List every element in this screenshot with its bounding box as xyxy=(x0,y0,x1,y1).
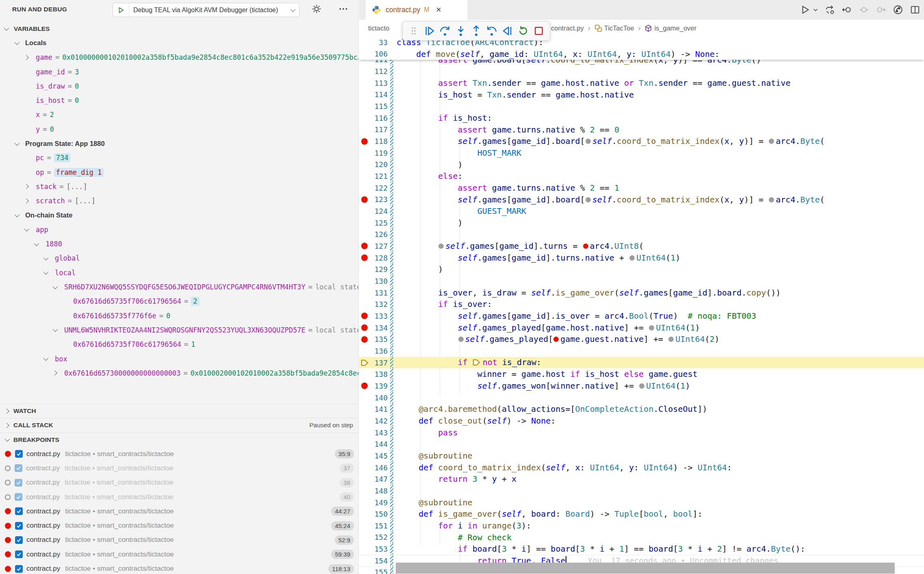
horizontal-scrollbar[interactable] xyxy=(396,563,895,574)
breakpoint-gutter[interactable] xyxy=(359,450,370,462)
code-line[interactable]: 121 else: xyxy=(359,170,924,182)
inline-step-target-icon[interactable] xyxy=(769,197,774,202)
code-line[interactable]: 120 ) xyxy=(359,159,924,171)
breakpoint-checkbox[interactable] xyxy=(15,550,23,558)
watch-section-header[interactable]: WATCH xyxy=(0,404,359,418)
breakpoint-row[interactable]: contract.pytictactoe • smart_contracts/t… xyxy=(0,476,359,490)
breakpoint-row[interactable]: contract.pytictactoe • smart_contracts/t… xyxy=(0,504,359,518)
breakpoint-dot-icon[interactable] xyxy=(359,240,370,252)
variable-row[interactable]: game_id=3 xyxy=(0,65,359,79)
code-line[interactable]: 141 @arc4.baremethod(allow_actions=[OnCo… xyxy=(359,403,924,415)
breakpoint-gutter[interactable] xyxy=(359,287,370,299)
code-line[interactable]: 128 self.games[game_id].turns.native + U… xyxy=(359,252,924,264)
callstack-section-header[interactable]: CALL STACK Paused on step xyxy=(0,418,359,432)
chevron-down-icon[interactable] xyxy=(43,356,49,361)
breakpoints-section-header[interactable]: BREAKPOINTS xyxy=(0,433,359,447)
variable-row[interactable]: stack=[...] xyxy=(0,179,359,194)
step-over-button[interactable] xyxy=(438,24,452,38)
code-line[interactable]: 151 for i in urange(3): xyxy=(359,520,924,532)
inline-step-target-icon[interactable] xyxy=(769,139,774,144)
breakpoint-dot-icon[interactable] xyxy=(359,135,370,147)
breakpoint-gutter[interactable] xyxy=(359,275,370,287)
run-dropdown-icon[interactable] xyxy=(813,4,818,15)
breadcrumb-item-tictactoe[interactable]: TicTacToe xyxy=(594,24,634,32)
code-line[interactable]: 113 assert Txn.sender == game.host.nativ… xyxy=(359,77,924,89)
section-header-row[interactable]: VARIABLES xyxy=(0,22,359,36)
chevron-down-icon[interactable] xyxy=(43,255,49,261)
variable-row[interactable]: pc=734 xyxy=(0,151,359,165)
chevron-right-icon[interactable] xyxy=(24,198,29,204)
variable-row[interactable]: app xyxy=(0,222,359,237)
breakpoint-gutter[interactable] xyxy=(359,427,370,439)
chevron-down-icon[interactable] xyxy=(15,212,20,217)
variable-row[interactable]: y=0 xyxy=(0,122,359,136)
code-line[interactable]: 135 self.games_played[game.guest.native]… xyxy=(359,333,924,345)
inline-step-target-icon[interactable] xyxy=(438,244,444,249)
code-line[interactable]: 131 is_over, is_draw = self.is_game_over… xyxy=(359,287,924,299)
breakpoint-row[interactable]: contract.pytictactoe • smart_contracts/t… xyxy=(0,490,359,504)
breakpoint-gutter[interactable] xyxy=(359,497,370,509)
code-line[interactable]: 123 self.games[game_id].board[self.coord… xyxy=(359,194,924,206)
chevron-down-icon[interactable] xyxy=(43,270,49,275)
code-line[interactable]: 124 GUEST_MARK xyxy=(359,205,924,217)
breakpoint-gutter[interactable] xyxy=(359,37,370,48)
breakpoint-row[interactable]: contract.pytictactoe • smart_contracts/t… xyxy=(0,447,359,461)
breakpoint-gutter[interactable] xyxy=(359,532,370,544)
code-line[interactable]: 114 is_host = Txn.sender == game.host.na… xyxy=(359,89,924,101)
breakpoint-checkbox[interactable] xyxy=(15,493,22,501)
chevron-down-icon[interactable] xyxy=(15,140,20,146)
breakpoint-dot-icon[interactable] xyxy=(359,333,370,345)
chevron-down-icon[interactable] xyxy=(24,226,30,232)
variable-row[interactable]: scratch=[...] xyxy=(0,194,359,208)
code-line[interactable]: 116 if is_host: xyxy=(359,112,924,124)
breakpoint-dot-icon[interactable] xyxy=(359,322,370,334)
step-into-button[interactable] xyxy=(454,24,468,38)
breakpoint-gutter[interactable] xyxy=(359,228,370,240)
reverse-continue-button[interactable] xyxy=(501,24,514,38)
source-control-graph-icon[interactable] xyxy=(892,4,904,15)
code-line[interactable]: 148 xyxy=(359,485,924,497)
inline-step-marker-icon[interactable] xyxy=(473,358,480,368)
breakpoint-gutter[interactable] xyxy=(359,77,370,89)
breakpoint-gutter[interactable] xyxy=(359,48,370,60)
breakpoint-gutter[interactable] xyxy=(359,345,370,357)
code-line[interactable]: 139 self.games_won[winner.native] += UIn… xyxy=(359,380,924,392)
breadcrumb-prefix[interactable]: tictacto xyxy=(368,24,389,32)
restart-button[interactable] xyxy=(516,24,530,38)
variable-row[interactable]: is_draw=0 xyxy=(0,79,359,93)
breakpoint-gutter[interactable] xyxy=(359,159,370,171)
breakpoint-gutter[interactable] xyxy=(359,438,370,450)
scope-row[interactable]: Program State: App 1880 xyxy=(0,136,359,150)
breakpoint-checkbox[interactable] xyxy=(15,565,23,573)
run-python-file-icon[interactable] xyxy=(800,4,811,15)
gear-icon[interactable] xyxy=(311,4,322,16)
breakpoint-gutter[interactable] xyxy=(359,368,370,380)
breakpoint-checkbox[interactable] xyxy=(15,479,22,487)
breakpoint-dot-icon[interactable] xyxy=(359,310,370,322)
breakpoint-gutter[interactable] xyxy=(359,462,370,474)
breadcrumb-item-contract-py[interactable]: contract.py xyxy=(551,24,584,32)
code-line[interactable]: 133 self.games[game_id].is_over = arc4.B… xyxy=(359,310,924,322)
breakpoint-gutter[interactable] xyxy=(359,403,370,415)
chevron-down-icon[interactable] xyxy=(34,241,39,246)
scope-row[interactable]: On-chain State xyxy=(0,208,359,222)
code-line[interactable]: 127 self.games[game_id].turns = arc4.UIn… xyxy=(359,240,924,252)
code-line[interactable]: 147 return 3 * y + x xyxy=(359,473,924,485)
variable-row[interactable]: game=0x010000000102010002a358bf5bada9e28… xyxy=(0,50,359,65)
breakpoint-gutter[interactable] xyxy=(359,263,370,275)
open-changes-icon[interactable] xyxy=(824,4,835,15)
code-line[interactable]: 138 winner = game.host if is_host else g… xyxy=(359,368,924,380)
variable-row[interactable]: 0x67616d65730000000000000003=0x010002000… xyxy=(0,366,359,380)
breakpoint-dot-icon[interactable] xyxy=(359,194,370,206)
inline-step-target-icon[interactable] xyxy=(586,139,591,144)
variable-row[interactable]: SRH6D7XU2N6WQQ5SSYDQFG5ESO6JWEQIDPGLUGYC… xyxy=(0,280,359,294)
inline-step-target-icon[interactable] xyxy=(649,325,654,330)
breakpoint-gutter[interactable] xyxy=(359,65,370,77)
current-step-line[interactable]: 137 if not is_draw: xyxy=(359,357,924,369)
breakpoint-gutter[interactable] xyxy=(359,100,370,112)
tab-contract-py[interactable]: contract.py M × xyxy=(366,0,468,20)
scope-row[interactable]: Locals xyxy=(0,36,359,50)
code-line[interactable]: 112 xyxy=(359,65,924,77)
code-line[interactable]: 142 def close_out(self) -> None: xyxy=(359,415,924,427)
breadcrumb-item-is-game-over[interactable]: is_game_over xyxy=(644,24,696,32)
